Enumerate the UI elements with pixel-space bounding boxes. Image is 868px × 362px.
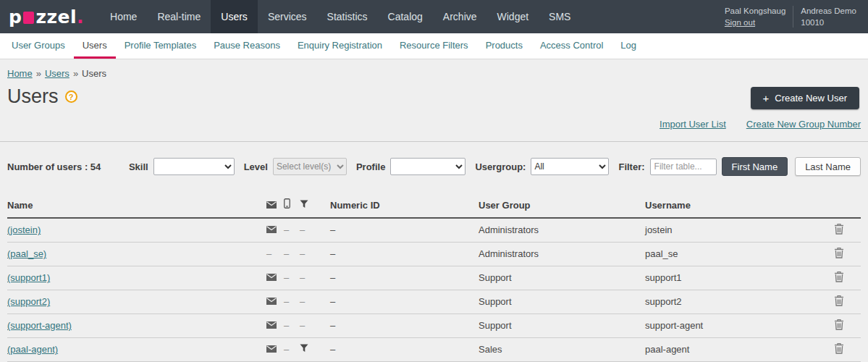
- nav-home[interactable]: Home: [100, 0, 147, 33]
- subnav-users[interactable]: Users: [74, 33, 116, 59]
- nav-archive[interactable]: Archive: [433, 0, 487, 33]
- user-name-link[interactable]: (support1): [7, 272, 50, 283]
- nav-statistics[interactable]: Statistics: [317, 0, 378, 33]
- subnav-user-groups[interactable]: User Groups: [3, 33, 74, 59]
- account-id: 10010: [801, 17, 824, 28]
- mobile-dash: –: [284, 248, 289, 259]
- mobile-dash: –: [284, 272, 289, 283]
- subnav-pause-reasons[interactable]: Pause Reasons: [205, 33, 289, 59]
- breadcrumb-users[interactable]: Users: [45, 68, 69, 79]
- username-cell: support1: [645, 266, 817, 290]
- nav-users[interactable]: Users: [211, 0, 258, 33]
- profile-select[interactable]: [390, 158, 465, 175]
- username-cell: jostein: [645, 218, 817, 242]
- create-new-user-label: Create New User: [775, 93, 847, 104]
- main-content: Home»Users»Users Users ? + Create New Us…: [0, 59, 868, 362]
- profile-label: Profile: [356, 161, 385, 172]
- last-name-button[interactable]: Last Name: [795, 157, 861, 176]
- subnav-resource-filters[interactable]: Resource Filters: [391, 33, 477, 59]
- filter-dash: –: [300, 248, 305, 259]
- user-name-link[interactable]: (jostein): [7, 224, 41, 235]
- user-group-cell: Administrators: [479, 218, 645, 242]
- logged-in-user: Paal Kongshaug Sign out: [725, 5, 785, 28]
- filter-table-input[interactable]: [650, 159, 717, 175]
- table-row: (paal-agent) – – – – Sales paal-agent: [7, 337, 861, 361]
- page-actions: + Create New User Import User List Creat…: [660, 87, 861, 130]
- level-label: Level: [244, 161, 268, 172]
- page-title: Users ?: [7, 85, 77, 108]
- subnav-access-control[interactable]: Access Control: [531, 33, 612, 59]
- delete-user-button[interactable]: [833, 293, 846, 310]
- trash-icon: [834, 342, 844, 354]
- secondary-navbar: User Groups Users Profile Templates Paus…: [0, 33, 868, 59]
- breadcrumb: Home»Users»Users: [7, 68, 861, 79]
- create-new-user-button[interactable]: + Create New User: [751, 87, 859, 109]
- numeric-id-cell: –: [330, 337, 479, 361]
- nav-catalog[interactable]: Catalog: [378, 0, 433, 33]
- nav-real-time[interactable]: Real-time: [147, 0, 211, 33]
- nav-services[interactable]: Services: [258, 0, 317, 33]
- envelope-icon: [266, 201, 277, 209]
- filter-label: Filter:: [618, 161, 644, 172]
- subnav-enquiry-registration[interactable]: Enquiry Registration: [289, 33, 391, 59]
- usergroup-label: Usergroup:: [475, 161, 526, 172]
- user-name[interactable]: Paal Kongshaug: [725, 5, 785, 17]
- sign-out-link[interactable]: Sign out: [725, 17, 785, 28]
- top-navbar: puzzel. Home Real-time Users Services St…: [0, 0, 868, 33]
- logo-dot: .: [77, 7, 84, 28]
- nav-widget[interactable]: Widget: [487, 0, 539, 33]
- funnel-icon: [300, 200, 308, 209]
- filter-dash: –: [300, 320, 305, 331]
- breadcrumb-current: Users: [82, 68, 106, 79]
- subnav-profile-templates[interactable]: Profile Templates: [116, 33, 205, 59]
- level-select[interactable]: Select level(s): [273, 158, 347, 175]
- delete-user-button[interactable]: [833, 245, 846, 262]
- username-cell: support2: [645, 290, 817, 313]
- subnav-products[interactable]: Products: [477, 33, 531, 59]
- table-row: (paal_se) – – – – Administrators paal_se: [7, 242, 861, 266]
- breadcrumb-separator: »: [73, 68, 78, 79]
- username-cell: paal-agent: [645, 337, 817, 361]
- filter-dash: –: [300, 224, 305, 235]
- puzzel-logo[interactable]: puzzel.: [0, 0, 100, 33]
- account-info: Andreas Demo 10010: [801, 5, 856, 28]
- create-new-group-number-link[interactable]: Create New Group Number: [746, 119, 861, 130]
- table-row: (support-agent) – – – – Support support-…: [7, 313, 861, 337]
- numeric-id-cell: –: [330, 290, 479, 313]
- mobile-dash: –: [284, 320, 289, 331]
- first-name-button[interactable]: First Name: [722, 157, 788, 176]
- user-name-link[interactable]: (paal-agent): [7, 344, 58, 355]
- import-user-list-link[interactable]: Import User List: [660, 119, 726, 130]
- delete-user-button[interactable]: [833, 341, 846, 358]
- username-cell: support-agent: [645, 313, 817, 337]
- logo-text: p: [9, 7, 22, 28]
- delete-user-button[interactable]: [833, 222, 846, 238]
- skill-select[interactable]: [153, 158, 235, 175]
- skill-label: Skill: [129, 161, 148, 172]
- user-name-link[interactable]: (paal_se): [7, 248, 46, 259]
- filter-dash: –: [300, 296, 305, 307]
- mobile-column-icon: [284, 194, 300, 218]
- subnav-log[interactable]: Log: [612, 33, 645, 59]
- row-funnel-icon: [300, 344, 308, 355]
- page-header: Users ? + Create New User Import User Li…: [7, 85, 861, 130]
- filter-controls: Skill Level Select level(s) Profile User…: [125, 157, 861, 176]
- breadcrumb-home[interactable]: Home: [7, 68, 33, 79]
- usergroup-select[interactable]: All: [531, 158, 609, 175]
- user-name-link[interactable]: (support2): [7, 296, 50, 307]
- user-count: Number of users : 54: [7, 161, 101, 172]
- col-actions: [817, 194, 861, 218]
- col-name: Name: [7, 194, 266, 218]
- user-name-link[interactable]: (support-agent): [7, 320, 72, 331]
- user-group-cell: Support: [479, 313, 645, 337]
- col-username: Username: [645, 194, 817, 218]
- col-numeric-id: Numeric ID: [330, 194, 479, 218]
- delete-user-button[interactable]: [833, 269, 846, 286]
- nav-sms[interactable]: SMS: [539, 0, 581, 33]
- action-links: Import User List Create New Group Number: [660, 119, 861, 130]
- numeric-id-cell: –: [330, 242, 479, 266]
- page-title-text: Users: [7, 85, 59, 108]
- help-icon[interactable]: ?: [65, 90, 77, 103]
- delete-user-button[interactable]: [833, 317, 846, 334]
- logo-u-block: u: [23, 12, 34, 24]
